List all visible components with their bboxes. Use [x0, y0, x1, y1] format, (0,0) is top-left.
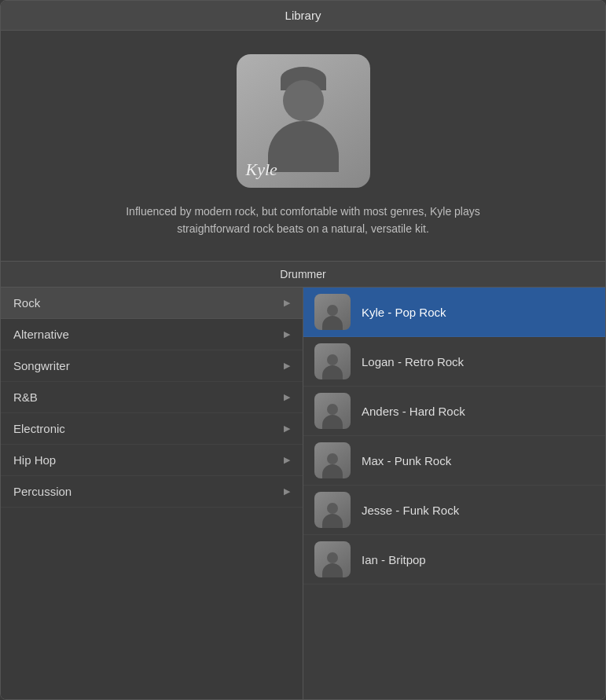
drummer-item-ian[interactable]: Ian - Britpop — [303, 535, 605, 585]
drummer-thumb-logan — [314, 343, 351, 379]
genre-item-rnb[interactable]: R&B ▶ — [1, 382, 303, 413]
drummer-item-jesse[interactable]: Jesse - Funk Rock — [303, 486, 605, 535]
genre-arrow-songwriter: ▶ — [284, 361, 290, 371]
drummer-name-ian: Ian - Britpop — [362, 553, 426, 566]
genre-item-alternative[interactable]: Alternative ▶ — [1, 319, 303, 350]
drummer-thumb-anders — [314, 393, 351, 429]
avatar-head — [283, 80, 324, 121]
genre-label-rnb: R&B — [13, 390, 38, 404]
drummer-name-jesse: Jesse - Funk Rock — [362, 504, 459, 517]
avatar-silhouette — [237, 80, 370, 172]
genre-item-electronic[interactable]: Electronic ▶ — [1, 413, 303, 445]
drummer-name-max: Max - Punk Rock — [362, 454, 451, 467]
genre-arrow-hiphop: ▶ — [284, 455, 290, 465]
app-container: Library Kyle Influenced by modern rock, … — [0, 0, 606, 700]
drummer-section: Drummer Rock ▶ Alternative ▶ Songwriter … — [1, 261, 605, 699]
drummer-header: Drummer — [1, 262, 605, 288]
genre-list: Rock ▶ Alternative ▶ Songwriter ▶ R&B ▶ … — [1, 288, 303, 699]
genre-item-songwriter[interactable]: Songwriter ▶ — [1, 350, 303, 382]
drummer-item-max[interactable]: Max - Punk Rock — [303, 436, 605, 486]
profile-section: Kyle Influenced by modern rock, but comf… — [1, 31, 605, 261]
drummer-thumb-ian — [314, 541, 351, 577]
genre-label-hiphop: Hip Hop — [13, 453, 56, 467]
genre-label-alternative: Alternative — [13, 328, 69, 341]
genre-label-percussion: Percussion — [13, 485, 72, 498]
genre-arrow-rnb: ▶ — [284, 392, 290, 402]
genre-item-percussion[interactable]: Percussion ▶ — [1, 476, 303, 508]
genre-arrow-electronic: ▶ — [284, 423, 290, 434]
title-label: Library — [285, 9, 321, 22]
genre-label-electronic: Electronic — [13, 422, 65, 435]
genre-arrow-rock: ▶ — [284, 298, 290, 308]
drummer-name-anders: Anders - Hard Rock — [362, 405, 465, 418]
genre-item-hiphop[interactable]: Hip Hop ▶ — [1, 445, 303, 476]
genre-item-rock[interactable]: Rock ▶ — [1, 288, 303, 319]
drummer-list: Kyle - Pop Rock Logan - Retro Rock — [303, 288, 605, 699]
avatar-name: Kyle — [246, 159, 277, 180]
avatar-body — [268, 121, 339, 172]
drummer-thumb-jesse — [314, 492, 351, 528]
drummer-thumb-kyle — [314, 294, 351, 330]
drummer-content: Rock ▶ Alternative ▶ Songwriter ▶ R&B ▶ … — [1, 288, 605, 699]
genre-arrow-alternative: ▶ — [284, 329, 290, 339]
drummer-item-logan[interactable]: Logan - Retro Rock — [303, 337, 605, 387]
drummer-name-kyle: Kyle - Pop Rock — [362, 306, 446, 319]
drummer-item-anders[interactable]: Anders - Hard Rock — [303, 387, 605, 436]
genre-label-songwriter: Songwriter — [13, 359, 70, 372]
drummer-thumb-max — [314, 442, 351, 478]
avatar-container: Kyle — [237, 54, 370, 188]
genre-label-rock: Rock — [13, 296, 40, 310]
title-bar: Library — [1, 1, 605, 31]
drummer-name-logan: Logan - Retro Rock — [362, 355, 464, 368]
profile-description: Influenced by modern rock, but comfortab… — [111, 203, 496, 237]
drummer-item-kyle[interactable]: Kyle - Pop Rock — [303, 288, 605, 337]
genre-arrow-percussion: ▶ — [284, 486, 290, 497]
